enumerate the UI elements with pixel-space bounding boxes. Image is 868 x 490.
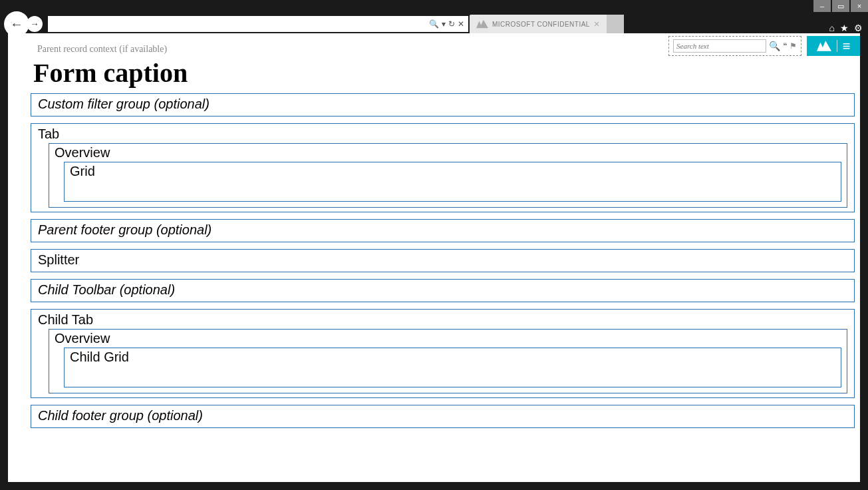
- window-controls: – ▭ ×: [813, 0, 868, 12]
- quote-icon: ❝: [783, 41, 787, 51]
- custom-filter-group: Custom filter group (optional): [31, 93, 855, 117]
- svg-marker-1: [817, 41, 831, 51]
- browser-tab[interactable]: MICROSOFT CONFIDENTIAL ×: [470, 15, 607, 33]
- search-submit-icon[interactable]: 🔍: [769, 41, 780, 51]
- grid-label: Grid: [70, 164, 95, 178]
- child-tab: Child Tab Overview Child Grid: [31, 309, 855, 398]
- search-icon[interactable]: 🔍: [429, 19, 439, 29]
- child-overview-label: Overview: [55, 331, 110, 346]
- parent-footer-label: Parent footer group (optional): [38, 222, 212, 237]
- svg-marker-0: [476, 20, 488, 29]
- child-footer-label: Child footer group (optional): [38, 408, 203, 423]
- parent-footer-group: Parent footer group (optional): [31, 219, 855, 242]
- maximize-button[interactable]: ▭: [832, 0, 849, 12]
- stop-icon[interactable]: ✕: [458, 19, 464, 29]
- refresh-icon[interactable]: ↻: [448, 19, 455, 29]
- address-bar[interactable]: 🔍 ▾ ↻ ✕: [48, 16, 468, 32]
- back-button[interactable]: ←: [4, 11, 29, 37]
- child-footer-group: Child footer group (optional): [31, 405, 855, 428]
- search-region: 🔍 ❝ ⚑: [668, 36, 801, 56]
- flag-icon[interactable]: ⚑: [790, 41, 797, 51]
- close-window-button[interactable]: ×: [851, 0, 868, 12]
- menu-icon[interactable]: ≡: [843, 39, 851, 54]
- settings-icon[interactable]: ⚙: [854, 23, 863, 33]
- region-stack: Custom filter group (optional) Tab Overv…: [31, 93, 855, 428]
- child-overview-tabpage: Overview Child Grid: [49, 329, 847, 393]
- forward-arrow-icon: →: [30, 19, 39, 29]
- splitter-label: Splitter: [38, 252, 79, 267]
- child-grid-label: Child Grid: [70, 350, 129, 364]
- browser-tab-label: MICROSOFT CONFIDENTIAL: [492, 21, 590, 28]
- splitter: Splitter: [31, 249, 855, 272]
- dynamics-logo-white-icon: [817, 41, 831, 51]
- chrome-background: – ▭ × ← → 🔍 ▾ ↻ ✕ MICROSOFT CONFIDENTIAL…: [0, 0, 868, 490]
- search-input[interactable]: [673, 39, 766, 53]
- page-header: 🔍 ❝ ⚑ ≡: [668, 36, 860, 56]
- child-tab-label: Child Tab: [38, 312, 93, 327]
- tab-close-icon[interactable]: ×: [594, 19, 600, 29]
- chrome-icons: ⌂ ★ ⚙: [829, 23, 864, 33]
- child-toolbar: Child Toolbar (optional): [31, 279, 855, 302]
- page-title: Form caption: [33, 57, 188, 89]
- overview-label: Overview: [55, 145, 110, 160]
- browser-nav-row: ← → 🔍 ▾ ↻ ✕ MICROSOFT CONFIDENTIAL × ⌂ ★…: [4, 12, 864, 36]
- parent-grid: Grid: [64, 162, 841, 202]
- back-arrow-icon: ←: [10, 17, 23, 32]
- command-bar: ≡: [807, 36, 860, 56]
- tab-strip: MICROSOFT CONFIDENTIAL × ⌂ ★ ⚙: [470, 15, 864, 33]
- parent-tab: Tab Overview Grid: [31, 123, 855, 212]
- parent-tab-label: Tab: [38, 126, 59, 141]
- page-content: 🔍 ❝ ⚑ ≡ Parent record context (if availa…: [8, 33, 860, 482]
- home-icon[interactable]: ⌂: [829, 23, 835, 33]
- forward-button[interactable]: →: [27, 16, 43, 32]
- overview-tabpage: Overview Grid: [49, 143, 847, 208]
- command-divider: [837, 40, 837, 52]
- child-grid: Child Grid: [64, 348, 841, 387]
- minimize-button[interactable]: –: [813, 0, 831, 12]
- favorites-icon[interactable]: ★: [840, 23, 849, 33]
- search-dropdown-icon[interactable]: ▾: [442, 19, 446, 29]
- breadcrumb: Parent record context (if available): [37, 44, 167, 55]
- new-tab-spacer[interactable]: [607, 15, 624, 33]
- custom-filter-label: Custom filter group (optional): [38, 97, 210, 111]
- dynamics-logo-icon: [476, 19, 488, 29]
- child-toolbar-label: Child Toolbar (optional): [38, 282, 175, 297]
